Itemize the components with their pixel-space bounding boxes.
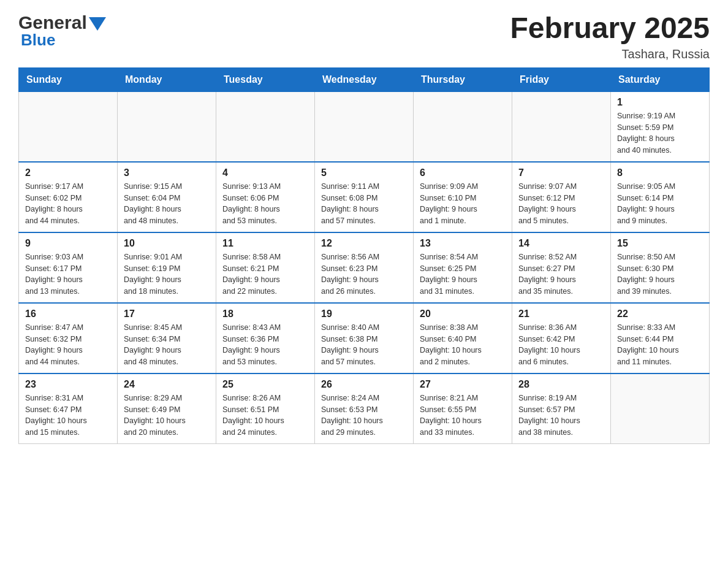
weekday-header-friday: Friday	[512, 67, 611, 91]
calendar-cell: 8Sunrise: 9:05 AMSunset: 6:14 PMDaylight…	[611, 162, 710, 232]
day-info: Sunrise: 8:43 AMSunset: 6:36 PMDaylight:…	[222, 322, 308, 368]
weekday-header-thursday: Thursday	[414, 67, 512, 91]
calendar-cell	[118, 91, 216, 162]
page-header: General Blue February 2025 Tashara, Russ…	[18, 12, 710, 61]
day-number: 13	[420, 238, 506, 249]
calendar-cell: 23Sunrise: 8:31 AMSunset: 6:47 PMDayligh…	[19, 373, 118, 444]
calendar-cell: 28Sunrise: 8:19 AMSunset: 6:57 PMDayligh…	[512, 373, 611, 444]
month-title: February 2025	[510, 12, 710, 45]
day-info: Sunrise: 9:17 AMSunset: 6:02 PMDaylight:…	[25, 181, 111, 227]
day-info: Sunrise: 8:50 AMSunset: 6:30 PMDaylight:…	[617, 251, 703, 297]
day-info: Sunrise: 8:40 AMSunset: 6:38 PMDaylight:…	[321, 322, 407, 368]
day-info: Sunrise: 8:45 AMSunset: 6:34 PMDaylight:…	[124, 322, 210, 368]
day-info: Sunrise: 9:19 AMSunset: 5:59 PMDaylight:…	[617, 110, 703, 156]
day-info: Sunrise: 9:13 AMSunset: 6:06 PMDaylight:…	[222, 181, 308, 227]
day-info: Sunrise: 8:29 AMSunset: 6:49 PMDaylight:…	[124, 393, 210, 439]
day-number: 9	[25, 238, 111, 249]
day-number: 5	[321, 167, 407, 178]
calendar-cell: 4Sunrise: 9:13 AMSunset: 6:06 PMDaylight…	[216, 162, 315, 232]
day-info: Sunrise: 8:31 AMSunset: 6:47 PMDaylight:…	[25, 393, 111, 439]
calendar-cell: 25Sunrise: 8:26 AMSunset: 6:51 PMDayligh…	[216, 373, 315, 444]
calendar-cell: 18Sunrise: 8:43 AMSunset: 6:36 PMDayligh…	[216, 303, 315, 373]
calendar-cell: 26Sunrise: 8:24 AMSunset: 6:53 PMDayligh…	[315, 373, 414, 444]
calendar-cell	[315, 91, 414, 162]
calendar-cell: 2Sunrise: 9:17 AMSunset: 6:02 PMDaylight…	[19, 162, 118, 232]
calendar-cell: 5Sunrise: 9:11 AMSunset: 6:08 PMDaylight…	[315, 162, 414, 232]
day-number: 23	[25, 379, 111, 390]
calendar-cell: 14Sunrise: 8:52 AMSunset: 6:27 PMDayligh…	[512, 232, 611, 303]
day-info: Sunrise: 9:01 AMSunset: 6:19 PMDaylight:…	[124, 251, 210, 297]
calendar-week-3: 9Sunrise: 9:03 AMSunset: 6:17 PMDaylight…	[19, 232, 710, 303]
day-number: 24	[124, 379, 210, 390]
day-info: Sunrise: 8:21 AMSunset: 6:55 PMDaylight:…	[420, 393, 506, 439]
calendar-cell: 19Sunrise: 8:40 AMSunset: 6:38 PMDayligh…	[315, 303, 414, 373]
calendar-cell: 13Sunrise: 8:54 AMSunset: 6:25 PMDayligh…	[414, 232, 512, 303]
calendar-cell	[512, 91, 611, 162]
calendar-cell: 7Sunrise: 9:07 AMSunset: 6:12 PMDaylight…	[512, 162, 611, 232]
calendar-cell	[216, 91, 315, 162]
day-number: 18	[222, 308, 308, 320]
day-number: 26	[321, 379, 407, 390]
day-number: 11	[222, 238, 308, 249]
calendar-week-1: 1Sunrise: 9:19 AMSunset: 5:59 PMDaylight…	[19, 91, 710, 162]
day-info: Sunrise: 8:58 AMSunset: 6:21 PMDaylight:…	[222, 251, 308, 297]
calendar-cell: 20Sunrise: 8:38 AMSunset: 6:40 PMDayligh…	[414, 303, 512, 373]
day-number: 21	[518, 308, 604, 320]
calendar-table: SundayMondayTuesdayWednesdayThursdayFrid…	[18, 67, 710, 444]
calendar-cell	[611, 373, 710, 444]
day-info: Sunrise: 9:05 AMSunset: 6:14 PMDaylight:…	[617, 181, 703, 227]
calendar-cell: 27Sunrise: 8:21 AMSunset: 6:55 PMDayligh…	[414, 373, 512, 444]
day-number: 15	[617, 238, 703, 249]
logo-general-text: General	[18, 12, 87, 33]
logo-triangle-icon	[89, 17, 106, 31]
day-number: 10	[124, 238, 210, 249]
calendar-week-5: 23Sunrise: 8:31 AMSunset: 6:47 PMDayligh…	[19, 373, 710, 444]
svg-marker-0	[89, 17, 106, 31]
logo-blue-text: Blue	[18, 31, 55, 50]
day-number: 22	[617, 308, 703, 320]
day-info: Sunrise: 8:47 AMSunset: 6:32 PMDaylight:…	[25, 322, 111, 368]
weekday-header-monday: Monday	[118, 67, 216, 91]
day-number: 2	[25, 167, 111, 178]
calendar-header-row: SundayMondayTuesdayWednesdayThursdayFrid…	[19, 67, 710, 91]
calendar-cell: 15Sunrise: 8:50 AMSunset: 6:30 PMDayligh…	[611, 232, 710, 303]
calendar-cell: 24Sunrise: 8:29 AMSunset: 6:49 PMDayligh…	[118, 373, 216, 444]
day-number: 28	[518, 379, 604, 390]
day-number: 17	[124, 308, 210, 320]
day-number: 6	[420, 167, 506, 178]
weekday-header-sunday: Sunday	[19, 67, 118, 91]
logo: General Blue	[18, 12, 106, 50]
calendar-week-4: 16Sunrise: 8:47 AMSunset: 6:32 PMDayligh…	[19, 303, 710, 373]
calendar-cell: 22Sunrise: 8:33 AMSunset: 6:44 PMDayligh…	[611, 303, 710, 373]
day-number: 25	[222, 379, 308, 390]
location-text: Tashara, Russia	[510, 47, 710, 61]
weekday-header-saturday: Saturday	[611, 67, 710, 91]
day-info: Sunrise: 8:26 AMSunset: 6:51 PMDaylight:…	[222, 393, 308, 439]
day-number: 1	[617, 97, 703, 108]
day-number: 8	[617, 167, 703, 178]
weekday-header-tuesday: Tuesday	[216, 67, 315, 91]
day-number: 19	[321, 308, 407, 320]
day-info: Sunrise: 8:38 AMSunset: 6:40 PMDaylight:…	[420, 322, 506, 368]
calendar-cell	[414, 91, 512, 162]
calendar-cell: 6Sunrise: 9:09 AMSunset: 6:10 PMDaylight…	[414, 162, 512, 232]
weekday-header-wednesday: Wednesday	[315, 67, 414, 91]
calendar-week-2: 2Sunrise: 9:17 AMSunset: 6:02 PMDaylight…	[19, 162, 710, 232]
day-number: 16	[25, 308, 111, 320]
day-number: 20	[420, 308, 506, 320]
calendar-cell: 12Sunrise: 8:56 AMSunset: 6:23 PMDayligh…	[315, 232, 414, 303]
calendar-cell: 1Sunrise: 9:19 AMSunset: 5:59 PMDaylight…	[611, 91, 710, 162]
day-info: Sunrise: 8:24 AMSunset: 6:53 PMDaylight:…	[321, 393, 407, 439]
calendar-cell: 11Sunrise: 8:58 AMSunset: 6:21 PMDayligh…	[216, 232, 315, 303]
day-info: Sunrise: 8:54 AMSunset: 6:25 PMDaylight:…	[420, 251, 506, 297]
day-info: Sunrise: 8:52 AMSunset: 6:27 PMDaylight:…	[518, 251, 604, 297]
day-number: 7	[518, 167, 604, 178]
day-info: Sunrise: 9:11 AMSunset: 6:08 PMDaylight:…	[321, 181, 407, 227]
calendar-cell: 17Sunrise: 8:45 AMSunset: 6:34 PMDayligh…	[118, 303, 216, 373]
day-info: Sunrise: 8:56 AMSunset: 6:23 PMDaylight:…	[321, 251, 407, 297]
day-info: Sunrise: 9:07 AMSunset: 6:12 PMDaylight:…	[518, 181, 604, 227]
calendar-cell: 10Sunrise: 9:01 AMSunset: 6:19 PMDayligh…	[118, 232, 216, 303]
calendar-cell	[19, 91, 118, 162]
day-info: Sunrise: 9:03 AMSunset: 6:17 PMDaylight:…	[25, 251, 111, 297]
day-info: Sunrise: 9:15 AMSunset: 6:04 PMDaylight:…	[124, 181, 210, 227]
